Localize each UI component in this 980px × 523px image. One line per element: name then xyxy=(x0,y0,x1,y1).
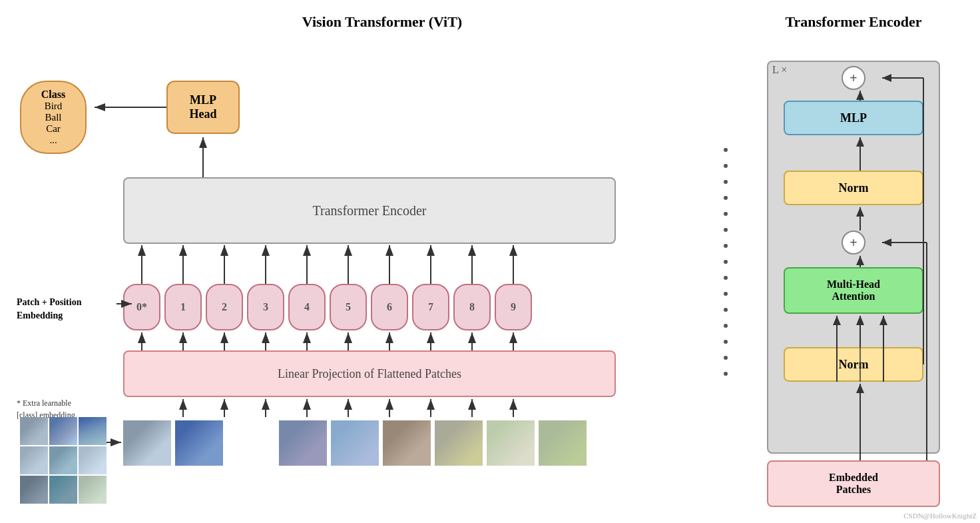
input-patch-9 xyxy=(79,476,107,504)
transformer-encoder-box: Transformer Encoder xyxy=(123,177,616,244)
class-bubble: Class Bird Ball Car ... xyxy=(20,81,87,154)
token-7: 7 xyxy=(412,284,449,330)
class-bird: Bird xyxy=(29,101,77,112)
token-9: 9 xyxy=(495,284,532,330)
token-1: 1 xyxy=(164,284,202,330)
embedded-patches-box: EmbeddedPatches xyxy=(767,460,940,507)
out-patch-9 xyxy=(539,420,587,466)
enc-mlp-box: MLP xyxy=(784,101,923,135)
vit-panel: Vision Transformer (ViT) Class Bird Ball… xyxy=(0,0,724,523)
out-patch-2 xyxy=(175,420,223,466)
out-patch-3 xyxy=(227,420,275,466)
encoder-panel: Transformer Encoder L × + MLP Norm + Mul… xyxy=(727,0,980,523)
out-patch-7 xyxy=(435,420,483,466)
enc-norm2-box: Norm xyxy=(784,347,923,382)
input-image-grid xyxy=(20,417,107,504)
enc-norm1-box: Norm xyxy=(784,171,923,205)
plus-top: + xyxy=(842,66,865,90)
out-patch-1 xyxy=(123,420,171,466)
token-2: 2 xyxy=(206,284,243,330)
input-patch-6 xyxy=(79,446,107,474)
out-patch-4 xyxy=(279,420,327,466)
enc-mha-label: Multi-HeadAttention xyxy=(827,278,880,302)
mlp-head-box: MLPHead xyxy=(166,81,240,134)
lx-label: L × xyxy=(772,64,787,76)
enc-norm1-label: Norm xyxy=(839,181,869,195)
output-patches-row xyxy=(123,420,587,466)
input-patch-1 xyxy=(20,417,48,445)
class-car: Car xyxy=(29,123,77,135)
class-ball: Ball xyxy=(29,112,77,123)
plus-mid: + xyxy=(842,231,865,255)
input-patch-2 xyxy=(49,417,77,445)
vit-layout: Class Bird Ball Car ... MLPHead Transfor… xyxy=(13,44,711,517)
class-label: Class xyxy=(29,89,77,101)
input-patch-5 xyxy=(49,446,77,474)
vit-title: Vision Transformer (ViT) xyxy=(53,13,711,31)
encoder-title: Transformer Encoder xyxy=(740,13,967,31)
token-6: 6 xyxy=(371,284,408,330)
enc-norm2-label: Norm xyxy=(839,358,869,372)
token-3: 3 xyxy=(247,284,284,330)
linear-proj-box: Linear Projection of Flattened Patches xyxy=(123,350,616,397)
embedded-patches-label: EmbeddedPatches xyxy=(829,472,878,496)
out-patch-6 xyxy=(383,420,431,466)
tokens-row: 0* 1 2 3 4 5 6 7 8 9 xyxy=(123,284,532,330)
out-patch-8 xyxy=(487,420,535,466)
encoder-outer: L × + MLP Norm + Multi-HeadAttention Nor… xyxy=(760,41,947,507)
enc-mlp-label: MLP xyxy=(840,111,867,125)
class-dots: ... xyxy=(29,135,77,146)
token-5: 5 xyxy=(330,284,367,330)
input-patch-7 xyxy=(20,476,48,504)
token-4: 4 xyxy=(288,284,326,330)
out-patch-5 xyxy=(331,420,379,466)
enc-mha-box: Multi-HeadAttention xyxy=(784,267,923,314)
patch-position-label: Patch + PositionEmbedding xyxy=(17,296,81,322)
input-patch-4 xyxy=(20,446,48,474)
linear-proj-label: Linear Projection of Flattened Patches xyxy=(278,367,461,381)
watermark: CSDN@HollowKnightZ xyxy=(903,512,977,520)
transformer-encoder-label: Transformer Encoder xyxy=(313,203,427,219)
mlp-head-label: MLPHead xyxy=(189,93,216,121)
token-8: 8 xyxy=(453,284,491,330)
input-patch-8 xyxy=(49,476,77,504)
token-0: 0* xyxy=(123,284,160,330)
input-patch-3 xyxy=(79,417,107,445)
